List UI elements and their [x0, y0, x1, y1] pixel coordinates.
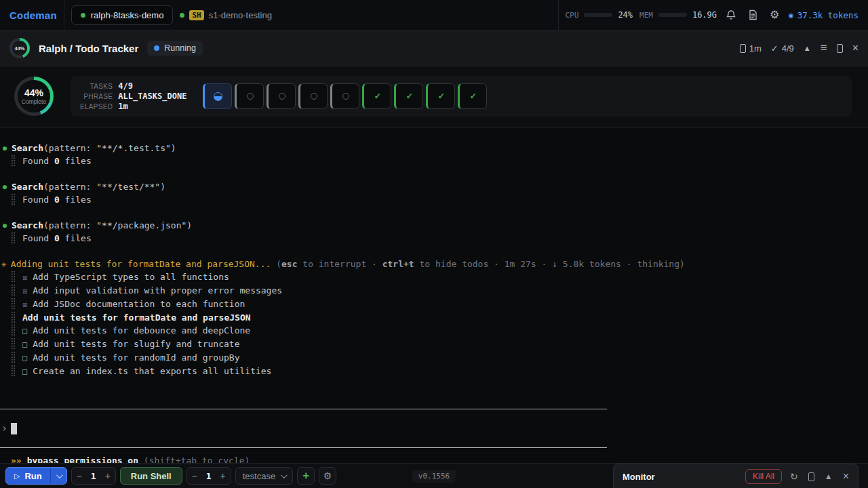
empty-box-icon: □ [22, 353, 27, 363]
stat-value: 1m [118, 102, 186, 111]
play-icon: ▷ [14, 472, 20, 481]
bottom-toolbar: ▷ Run − 1 + Run Shell − 1 + testcase + ⚙… [0, 463, 868, 488]
run-count-stepper: − 1 + [71, 467, 116, 485]
hint-text: ( [276, 259, 281, 269]
window-icon [837, 44, 843, 53]
run-button[interactable]: ▷ Run [6, 468, 50, 484]
log-file-icon[interactable] [745, 7, 760, 22]
window-icon [808, 472, 814, 481]
indent-dots [11, 193, 16, 206]
monitor-actions: ↻ ▲ × [790, 470, 849, 483]
todo-item-open: □Create an index.ts that exports all uti… [0, 365, 868, 378]
run-count-increment[interactable]: + [100, 470, 115, 481]
todo-list: ☒Add TypeScript types to all functions☒A… [0, 270, 868, 378]
run-options-button[interactable] [50, 468, 66, 484]
chevron-down-icon [281, 472, 288, 479]
task-chip-active[interactable] [203, 83, 232, 109]
run-shell-button[interactable]: Run Shell [120, 467, 182, 485]
stat-value: ALL_TASKS_DONE [118, 92, 186, 101]
shell-badge: SH [189, 10, 203, 20]
result-count: 0 [54, 195, 60, 205]
pending-circle-icon [311, 93, 317, 100]
tool-name: Search [12, 182, 43, 192]
tool-bullet-icon: ● [3, 183, 7, 190]
search-results: ●Search(pattern: "**/*.test.ts")Found 0 … [0, 142, 868, 245]
todo-item-open: □Add unit tests for debounce and deepClo… [0, 324, 868, 338]
close-monitor-icon[interactable]: × [843, 470, 849, 483]
session-tab[interactable]: ralph-8tasks-demo [71, 5, 174, 25]
bell-icon[interactable] [724, 7, 738, 22]
run-count-value: 1 [87, 471, 100, 481]
mini-progress-ring: 44% [9, 38, 30, 58]
activity-text: Adding unit tests for formatDate and par… [11, 259, 276, 269]
indent-dots [11, 351, 16, 364]
progress-section: 44% Complete TASKS4/9PHRASEALL_TASKS_DON… [0, 66, 868, 127]
add-testcase-button[interactable]: + [297, 467, 315, 485]
terminal-output: ●Search(pattern: "**/*.test.ts")Found 0 … [0, 127, 868, 463]
todo-item-open: □Add unit tests for slugify and truncate [0, 338, 868, 351]
stat-label: PHRASE [80, 93, 113, 100]
text-cursor [11, 423, 17, 434]
result-count: 0 [54, 233, 60, 243]
tool-args: (pattern: "**/test/**") [43, 182, 165, 192]
collapse-button[interactable]: ▲ [804, 44, 811, 52]
shell-count-decrement[interactable]: − [187, 470, 202, 481]
check-icon: ✓ [374, 92, 381, 101]
completion-pct: 44% [24, 88, 43, 98]
app-window: Codeman ralph-8tasks-demo SH s1-demo-tes… [0, 0, 868, 488]
result-text: files [60, 195, 92, 205]
prompt-input[interactable]: › [0, 409, 607, 448]
indent-dots [11, 232, 16, 245]
check-icon: ✓ [406, 92, 413, 101]
run-split-button[interactable]: ▷ Run [5, 467, 67, 485]
shell-session-tab[interactable]: SH s1-demo-testing [180, 10, 271, 20]
divider [64, 0, 64, 30]
pending-circle-icon [342, 93, 349, 100]
tool-bullet-icon: ● [3, 222, 7, 229]
task-chip-done[interactable]: ✓ [458, 83, 487, 109]
shell-count-increment[interactable]: + [216, 470, 231, 481]
search-call-line: ●Search(pattern: "**/*.test.ts") [0, 142, 868, 155]
spinner-icon [214, 92, 222, 101]
search-result-line: Found 0 files [0, 232, 868, 245]
elapsed-label: 1m [749, 43, 762, 54]
result-text: Found [22, 156, 54, 166]
testcase-settings-button[interactable]: ⚙ [319, 467, 336, 485]
checked-box-icon: ☒ [22, 300, 27, 309]
check-icon: ✓ [438, 92, 445, 101]
settings-gear-icon[interactable]: ⚙ [767, 7, 782, 22]
search-result-line: Found 0 files [0, 193, 868, 206]
task-chip-done[interactable]: ✓ [362, 83, 391, 109]
run-count-decrement[interactable]: − [72, 470, 87, 481]
token-counter[interactable]: ◉ 37.3k tokens [789, 10, 859, 20]
todo-text: Add JSDoc documentation to each function [33, 299, 245, 309]
monitor-title: Monitor [623, 472, 737, 482]
refresh-icon[interactable]: ↻ [790, 471, 798, 482]
hint-text: to interrupt · [297, 259, 382, 269]
result-text: files [60, 156, 92, 166]
task-chip-pending[interactable] [298, 83, 328, 109]
task-chip-done[interactable]: ✓ [394, 83, 423, 109]
menu-button[interactable]: ≡ [821, 41, 827, 55]
indent-dots [11, 270, 16, 283]
kill-all-button[interactable]: Kill All [745, 469, 782, 484]
testcase-dropdown[interactable]: testcase [235, 467, 293, 485]
shell-count-value: 1 [202, 471, 216, 481]
run-header: 44% Ralph / Todo Tracker Running 1m ✓ 4/… [0, 30, 868, 66]
green-status-dot [180, 13, 184, 18]
expand-up-icon[interactable]: ▲ [825, 472, 833, 481]
task-chip-pending[interactable] [235, 83, 264, 109]
token-icon: ◉ [789, 11, 793, 20]
mem-meter: MEM 16.9G [639, 10, 717, 20]
task-chip-pending[interactable] [330, 83, 359, 109]
close-button[interactable]: × [852, 42, 859, 54]
detach-window-icon[interactable] [808, 472, 814, 481]
search-call-line: ●Search(pattern: "**/test/**") [0, 180, 868, 193]
run-title: Ralph / Todo Tracker [39, 43, 138, 54]
indent-dots [11, 284, 16, 297]
expand-button[interactable] [837, 44, 843, 53]
task-chip-pending[interactable] [267, 83, 296, 109]
stat-label: ELAPSED [80, 103, 113, 110]
task-chip-row: ✓✓✓✓ [203, 83, 487, 109]
task-chip-done[interactable]: ✓ [426, 83, 455, 109]
